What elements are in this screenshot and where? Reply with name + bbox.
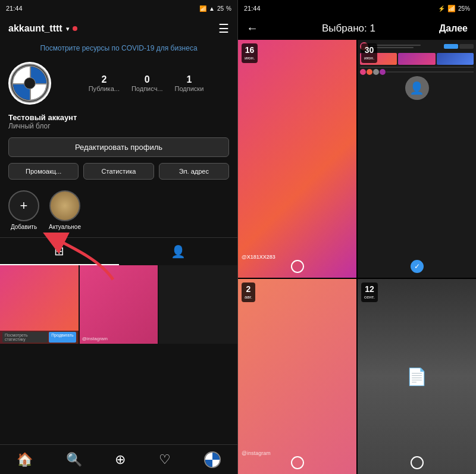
story-date-aug2: 2 авг. (242, 282, 255, 302)
post-thumb-3[interactable] (159, 265, 237, 344)
story-4-select-circle[interactable] (411, 456, 424, 469)
story-select-header: ← Выбрано: 1 Далее (238, 17, 476, 40)
profile-section: 2 Публика... 0 Подписч... 1 Подписки (0, 56, 237, 111)
highlight-add[interactable]: + Добавить (8, 190, 39, 230)
checkmark-icon: ✓ (414, 262, 420, 271)
bio-desc: Личный блог (8, 122, 229, 130)
status-bar-right: 21:44 ⚡ 📶 25% (238, 0, 476, 17)
content-tab-bar: ⊞ 👤 (0, 237, 237, 265)
stat-followers[interactable]: 0 Подписч... (131, 74, 163, 92)
status-indicators-right: ⚡ 📶 25% (438, 5, 470, 12)
bmw-logo (10, 64, 49, 103)
time-right: 21:44 (244, 5, 261, 12)
home-icon[interactable]: 🏠 (17, 452, 33, 467)
story-item-sep12[interactable]: 12 сент. 📄 (358, 279, 476, 474)
back-button[interactable]: ← (246, 21, 258, 35)
highlight-avatar (49, 190, 80, 221)
notification-dot (73, 26, 77, 31)
story-item-jun30[interactable]: 30 июн. (358, 40, 476, 278)
story-date-sep12: 12 сент. (361, 282, 378, 302)
action-buttons-row: Промоакц... Статистика Эл. адрес (8, 163, 229, 180)
tab-grid[interactable]: ⊞ (0, 238, 119, 265)
add-highlight-circle[interactable]: + (8, 190, 39, 221)
wifi-icon-r: 📶 (447, 5, 456, 12)
bt-icon: ⚡ (438, 5, 445, 12)
tab-tagged[interactable]: 👤 (119, 238, 238, 265)
post-thumb-1[interactable]: @instagram Посмотреть статистику Продвиг… (0, 265, 79, 344)
status-indicators-left: 📶 ▲ 25% (199, 5, 231, 12)
left-panel: 21:44 📶 ▲ 25% akkaunt_tttt ▾ ☰ Посмотрит… (0, 0, 238, 474)
signal-icon: ▲ (209, 5, 215, 12)
stat-posts[interactable]: 2 Публика... (89, 74, 120, 92)
battery-icon-r: 25% (458, 5, 470, 12)
chevron-down-icon: ▾ (66, 26, 69, 32)
post-thumb-2[interactable]: @instagram (80, 265, 158, 344)
story-select-grid: 16 июн. @X181XX283 30 июн. (238, 40, 476, 474)
avatar[interactable] (8, 62, 51, 105)
bottom-nav-left: 🏠 🔍 ⊕ ♡ (0, 444, 237, 474)
selected-count-title: Выбрано: 1 (322, 23, 375, 34)
promo-button[interactable]: Промоакц... (8, 163, 79, 180)
username-text: akkaunt_tttt (8, 23, 62, 34)
story-item-jun16[interactable]: 16 июн. @X181XX283 (238, 40, 356, 278)
next-button[interactable]: Далее (439, 23, 468, 34)
stats-button[interactable]: Статистика (83, 163, 154, 180)
person-tag-icon: 👤 (171, 244, 186, 259)
heart-icon[interactable]: ♡ (159, 452, 171, 467)
story-2-content: 👤 (358, 40, 476, 278)
story-4-content: 📄 (358, 279, 476, 474)
bio-section: Тестовый аккаунт Личный блог (0, 111, 237, 135)
story-1-select-circle[interactable] (291, 260, 304, 273)
story-date-jun30: 30 июн. (361, 43, 377, 63)
right-panel: 21:44 ⚡ 📶 25% ← Выбрано: 1 Далее 16 июн.… (238, 0, 476, 474)
stat-following[interactable]: 1 Подписки (175, 74, 204, 92)
stats-row: 2 Публика... 0 Подписч... 1 Подписки (63, 74, 229, 92)
highlight-actual-label: Актуальное (49, 224, 81, 230)
menu-icon[interactable]: ☰ (218, 21, 229, 36)
post-2-label: @instagram (82, 336, 108, 341)
highlights-row: + Добавить Актуальное (0, 183, 237, 235)
wifi-icon: 📶 (199, 5, 206, 12)
story-2-select-circle[interactable]: ✓ (411, 260, 424, 273)
email-button[interactable]: Эл. адрес (159, 163, 229, 180)
profile-header: akkaunt_tttt ▾ ☰ (0, 17, 237, 40)
story-item-aug2[interactable]: 2 авг. @instagram (238, 279, 356, 474)
username-area[interactable]: akkaunt_tttt ▾ (8, 23, 77, 34)
story-1-username: @X181XX283 (242, 254, 275, 260)
highlight-add-label: Добавить (11, 224, 37, 230)
highlight-actual[interactable]: Актуальное (49, 190, 81, 230)
edit-profile-button[interactable]: Редактировать профиль (8, 137, 229, 157)
promote-view-btn[interactable]: Посмотреть статистику (2, 332, 48, 343)
grid-icon: ⊞ (54, 244, 64, 258)
profile-nav-icon[interactable] (204, 451, 221, 468)
battery-label: 25 (217, 5, 224, 12)
search-icon[interactable]: 🔍 (66, 452, 82, 467)
add-post-icon[interactable]: ⊕ (115, 452, 126, 467)
bio-name: Тестовый аккаунт (8, 113, 229, 122)
story-3-select-circle[interactable] (291, 456, 304, 469)
time-left: 21:44 (6, 5, 23, 12)
covid-banner[interactable]: Посмотрите ресурсы по COVID-19 для бизне… (0, 40, 237, 56)
story-3-username: @instagram (242, 450, 271, 456)
promote-btn[interactable]: Продвигать (49, 332, 76, 343)
posts-grid: @instagram Посмотреть статистику Продвиг… (0, 265, 237, 444)
status-bar-left: 21:44 📶 ▲ 25% (0, 0, 237, 17)
story-date-jun16: 16 июн. (242, 43, 258, 63)
